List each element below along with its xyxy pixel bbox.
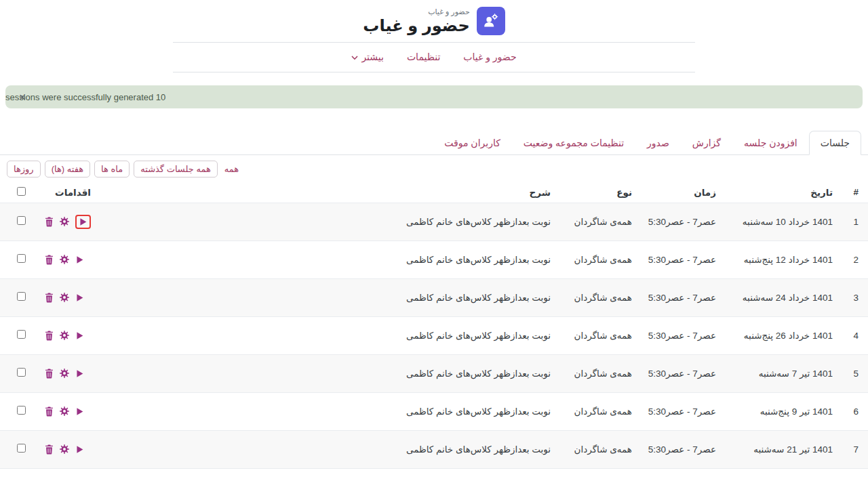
delete-session-button[interactable] — [45, 217, 54, 227]
gear-icon — [60, 444, 69, 454]
attendance-tab-bar: جلسات افزودن جلسه گزارش صدور تنظیمات مجم… — [0, 131, 868, 155]
session-settings-button[interactable] — [60, 369, 69, 378]
delete-session-button[interactable] — [45, 369, 54, 379]
take-attendance-button[interactable] — [75, 407, 84, 416]
session-type: همه‌ی شاگردان — [560, 392, 642, 430]
row-checkbox[interactable] — [17, 444, 26, 453]
session-select — [0, 392, 35, 430]
tab-add-session[interactable]: افزودن جلسه — [732, 131, 809, 155]
filter-months-button[interactable]: ماه ها — [94, 161, 130, 177]
session-type: همه‌ی شاگردان — [560, 430, 642, 468]
session-type: همه‌ی شاگردان — [560, 240, 642, 278]
tab-temporary-users[interactable]: کاربران موقت — [433, 131, 512, 155]
session-settings-button[interactable] — [60, 331, 69, 340]
delete-session-button[interactable] — [45, 255, 54, 265]
tab-export[interactable]: صدور — [635, 131, 681, 155]
session-description: نوبت بعدازظهر کلاس‌های خانم کاظمی — [100, 468, 560, 481]
activity-header: حضور و غیاب حضور و غیاب — [173, 7, 695, 42]
session-actions — [35, 354, 100, 392]
session-settings-button[interactable] — [60, 406, 69, 416]
session-date-text: پنج‌شنبه‎ 9 تیر‎ 1401 — [760, 406, 833, 417]
take-attendance-button[interactable] — [75, 255, 84, 264]
session-date: پنج‌شنبه‎ 23 تیر‎ 1401 — [726, 468, 842, 481]
gear-icon — [60, 331, 69, 340]
table-row: 4 پنج‌شنبه‎ 26 خرداد‎ 1401 5:30عصر‎ - 7ع… — [0, 316, 868, 354]
session-date-text: پنج‌شنبه‎ 12 خرداد‎ 1401 — [744, 255, 833, 265]
session-settings-button[interactable] — [60, 444, 69, 454]
row-checkbox[interactable] — [17, 368, 26, 377]
session-type: همه‌ی شاگردان — [560, 278, 642, 316]
session-time-text: 5:30عصر‎ - 7عصر — [648, 293, 716, 303]
delete-session-button[interactable] — [45, 331, 54, 341]
filter-weeks-button[interactable]: هفته (ها) — [45, 161, 90, 177]
take-attendance-button[interactable] — [75, 331, 84, 340]
play-icon — [75, 407, 84, 416]
row-checkbox[interactable] — [17, 406, 26, 415]
select-all-checkbox[interactable] — [17, 187, 26, 196]
session-date: پنج‌شنبه‎ 26 خرداد‎ 1401 — [726, 316, 842, 354]
nav-divider — [173, 72, 695, 72]
take-attendance-button[interactable] — [75, 445, 84, 454]
delete-session-button[interactable] — [45, 444, 54, 455]
session-settings-button[interactable] — [60, 255, 69, 264]
col-header-description: شرح — [100, 182, 560, 203]
row-number: 5 — [842, 354, 868, 392]
session-time: 5:30عصر‎ - 7عصر — [642, 203, 726, 240]
session-description: نوبت بعدازظهر کلاس‌های خانم کاظمی — [100, 430, 560, 468]
gear-icon — [60, 217, 69, 226]
nav-item-more[interactable]: بیشتر — [351, 51, 384, 62]
row-checkbox[interactable] — [17, 292, 26, 301]
row-checkbox[interactable] — [17, 330, 26, 339]
session-select — [0, 430, 35, 468]
nav-item-settings[interactable]: تنظیمات — [407, 51, 440, 62]
tab-sessions[interactable]: جلسات — [809, 131, 861, 155]
trash-icon — [45, 369, 54, 379]
session-date-text: سه‌شنبه‎ 10 خرداد‎ 1401 — [743, 217, 833, 227]
session-filters: همه همه جلسات گذشته ماه ها هفته (ها) روز… — [0, 155, 868, 182]
delete-session-button[interactable] — [45, 406, 54, 417]
success-alert: 10 sessions were successfully generated … — [5, 85, 863, 108]
session-time-text: 5:30عصر‎ - 7عصر — [648, 255, 716, 265]
col-header-number: # — [842, 182, 868, 203]
session-time-text: 5:30عصر‎ - 7عصر — [648, 217, 716, 227]
session-time: 5:30عصر‎ - 7عصر — [642, 430, 726, 468]
session-description: نوبت بعدازظهر کلاس‌های خانم کاظمی — [100, 392, 560, 430]
session-actions — [35, 430, 100, 468]
take-attendance-button[interactable] — [75, 369, 84, 378]
secondary-nav: حضور و غیاب تنظیمات بیشتر — [173, 43, 695, 72]
session-date: سه‌شنبه‎ 7 تیر‎ 1401 — [726, 354, 842, 392]
session-date-text: سه‌شنبه‎ 24 خرداد‎ 1401 — [743, 293, 833, 303]
session-select — [0, 203, 35, 240]
nav-item-attendance[interactable]: حضور و غیاب — [463, 51, 516, 62]
session-description: نوبت بعدازظهر کلاس‌های خانم کاظمی — [100, 203, 560, 240]
filter-days-button[interactable]: روزها — [7, 161, 41, 177]
person-gear-icon — [481, 12, 500, 30]
tab-status-set[interactable]: تنظیمات مجموعه وضعیت — [512, 131, 635, 155]
row-number: 3 — [842, 278, 868, 316]
session-actions — [35, 240, 100, 278]
session-time: 5:30عصر‎ - 7عصر — [642, 240, 726, 278]
take-attendance-button[interactable] — [79, 217, 87, 226]
chevron-down-icon — [351, 56, 358, 60]
row-number: 7 — [842, 430, 868, 468]
filter-all-current: همه — [224, 164, 239, 174]
session-settings-button[interactable] — [60, 293, 69, 302]
session-date-text: پنج‌شنبه‎ 26 خرداد‎ 1401 — [744, 331, 833, 341]
session-settings-button[interactable] — [60, 217, 69, 226]
trash-icon — [45, 444, 54, 455]
gear-icon — [60, 369, 69, 378]
take-attendance-button[interactable] — [75, 293, 84, 302]
row-checkbox[interactable] — [17, 216, 26, 225]
tab-report[interactable]: گزارش — [681, 131, 732, 155]
page-header: حضور و غیاب حضور و غیاب حضور و غیاب تنظی… — [173, 0, 695, 72]
row-checkbox[interactable] — [17, 254, 26, 263]
session-description: نوبت بعدازظهر کلاس‌های خانم کاظمی — [100, 354, 560, 392]
table-row: 5 سه‌شنبه‎ 7 تیر‎ 1401 5:30عصر‎ - 7عصر ه… — [0, 354, 868, 392]
session-date: سه‌شنبه‎ 21 تیر‎ 1401 — [726, 430, 842, 468]
close-alert-button[interactable]: × — [19, 91, 26, 103]
filter-all-past-button[interactable]: همه جلسات گذشته — [134, 161, 218, 177]
play-icon — [75, 331, 84, 340]
delete-session-button[interactable] — [45, 293, 54, 303]
page-title: حضور و غیاب — [363, 17, 469, 35]
session-select — [0, 468, 35, 481]
